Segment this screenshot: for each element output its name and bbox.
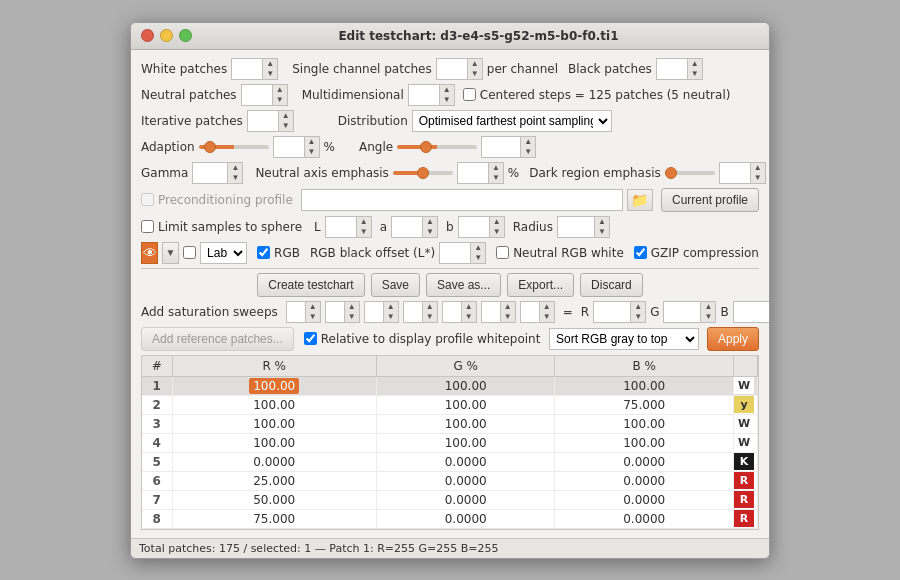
Bsat-down[interactable]: ▼ bbox=[423, 312, 437, 322]
C-input[interactable]: C bbox=[443, 302, 461, 322]
Y-down[interactable]: ▼ bbox=[540, 312, 554, 322]
rad-up[interactable]: ▲ bbox=[595, 217, 609, 227]
sc-up[interactable]: ▲ bbox=[468, 59, 482, 69]
B2-spinbox[interactable]: 0.00 ▲▼ bbox=[733, 301, 770, 323]
radius-input[interactable]: 255 bbox=[558, 217, 594, 237]
S-down[interactable]: ▼ bbox=[306, 312, 320, 322]
dark-region-slider[interactable] bbox=[665, 171, 715, 175]
relative-checkbox[interactable] bbox=[304, 332, 317, 345]
ang-down[interactable]: ▼ bbox=[521, 147, 535, 157]
M-up[interactable]: ▲ bbox=[501, 302, 515, 312]
rbo-down[interactable]: ▼ bbox=[471, 253, 485, 263]
centered-checkbox[interactable] bbox=[463, 88, 476, 101]
table-row[interactable]: 625.0000.00000.0000R bbox=[142, 471, 758, 490]
table-row[interactable]: 875.0000.00000.0000R bbox=[142, 509, 758, 528]
dr-down[interactable]: ▼ bbox=[751, 173, 765, 183]
black-patches-spinbox[interactable]: 4 ▲▼ bbox=[656, 58, 703, 80]
white-patches-down[interactable]: ▼ bbox=[263, 69, 277, 79]
angle-slider[interactable] bbox=[397, 145, 477, 149]
profile-input[interactable] bbox=[301, 189, 623, 211]
table-row[interactable]: 50.00000.00000.0000K bbox=[142, 452, 758, 471]
S-input[interactable]: S bbox=[287, 302, 305, 322]
L-input[interactable]: 50 bbox=[326, 217, 356, 237]
a-down[interactable]: ▼ bbox=[423, 227, 437, 237]
R2-up[interactable]: ▲ bbox=[631, 302, 645, 312]
L-down[interactable]: ▼ bbox=[357, 227, 371, 237]
neutral-axis-spinbox[interactable]: 50 ▲▼ bbox=[457, 162, 504, 184]
neutral-patches-input[interactable]: 52 bbox=[242, 85, 272, 105]
Y-spinbox[interactable]: Y ▲▼ bbox=[520, 301, 555, 323]
G2-down[interactable]: ▼ bbox=[701, 312, 715, 322]
single-channel-spinbox[interactable]: 5 ▲▼ bbox=[436, 58, 483, 80]
table-row[interactable]: 1100.00100.00100.00W bbox=[142, 376, 758, 395]
C-up[interactable]: ▲ bbox=[462, 302, 476, 312]
lab-checkbox[interactable] bbox=[183, 246, 196, 259]
dr-up[interactable]: ▲ bbox=[751, 163, 765, 173]
a-input[interactable]: 0 bbox=[392, 217, 422, 237]
B-input-sat[interactable]: B bbox=[404, 302, 422, 322]
preconditioning-checkbox[interactable] bbox=[141, 193, 154, 206]
R-up[interactable]: ▲ bbox=[345, 302, 359, 312]
R-spinbox[interactable]: R ▲▼ bbox=[325, 301, 360, 323]
multidimensional-spinbox[interactable]: 5 ▲▼ bbox=[408, 84, 455, 106]
dark-region-spinbox[interactable]: 0 ▲▼ bbox=[719, 162, 766, 184]
black-patches-input[interactable]: 4 bbox=[657, 59, 687, 79]
ad-down[interactable]: ▼ bbox=[305, 147, 319, 157]
distribution-select[interactable]: Optimised farthest point sampling bbox=[412, 110, 612, 132]
close-button[interactable] bbox=[141, 29, 154, 42]
adaption-spinbox[interactable]: 10 ▲▼ bbox=[273, 136, 320, 158]
neutral-patches-spinbox[interactable]: 52 ▲▼ bbox=[241, 84, 288, 106]
Y-input[interactable]: Y bbox=[521, 302, 539, 322]
gamma-spinbox[interactable]: 1.00 ▲▼ bbox=[192, 162, 243, 184]
S-up[interactable]: ▲ bbox=[306, 302, 320, 312]
dark-region-input[interactable]: 0 bbox=[720, 163, 750, 183]
R-input[interactable]: R bbox=[326, 302, 344, 322]
lab-select[interactable]: Lab bbox=[200, 242, 247, 264]
M-down[interactable]: ▼ bbox=[501, 312, 515, 322]
minimize-button[interactable] bbox=[160, 29, 173, 42]
single-channel-input[interactable]: 5 bbox=[437, 59, 467, 79]
bp-up[interactable]: ▲ bbox=[688, 59, 702, 69]
gzip-checkbox[interactable] bbox=[634, 246, 647, 259]
save-button[interactable]: Save bbox=[371, 273, 420, 297]
table-row[interactable]: 750.0000.00000.0000R bbox=[142, 490, 758, 509]
iterative-spinbox[interactable]: 0 ▲▼ bbox=[247, 110, 294, 132]
apply-button[interactable]: Apply bbox=[707, 327, 759, 351]
a-spinbox[interactable]: 0 ▲▼ bbox=[391, 216, 438, 238]
rad-down[interactable]: ▼ bbox=[595, 227, 609, 237]
G-spinbox[interactable]: G ▲▼ bbox=[364, 301, 399, 323]
sc-down[interactable]: ▼ bbox=[468, 69, 482, 79]
G-up[interactable]: ▲ bbox=[384, 302, 398, 312]
bp-down[interactable]: ▼ bbox=[688, 69, 702, 79]
C-spinbox[interactable]: C ▲▼ bbox=[442, 301, 477, 323]
it-up[interactable]: ▲ bbox=[279, 111, 293, 121]
R-down[interactable]: ▼ bbox=[345, 312, 359, 322]
S-spinbox[interactable]: S ▲▼ bbox=[286, 301, 321, 323]
gamma-input[interactable]: 1.00 bbox=[193, 163, 227, 183]
na-up[interactable]: ▲ bbox=[489, 163, 503, 173]
Bsat-up[interactable]: ▲ bbox=[423, 302, 437, 312]
table-row[interactable]: 3100.00100.00100.00W bbox=[142, 414, 758, 433]
b-up[interactable]: ▲ bbox=[490, 217, 504, 227]
md-down[interactable]: ▼ bbox=[440, 95, 454, 105]
white-patches-up[interactable]: ▲ bbox=[263, 59, 277, 69]
white-patches-input[interactable]: 4 bbox=[232, 59, 262, 79]
ang-up[interactable]: ▲ bbox=[521, 137, 535, 147]
R2-spinbox[interactable]: 0.00 ▲▼ bbox=[593, 301, 646, 323]
current-profile-button[interactable]: Current profile bbox=[661, 188, 759, 212]
palette-button[interactable]: ▼ bbox=[162, 242, 179, 264]
b-input[interactable]: 0 bbox=[459, 217, 489, 237]
sort-select[interactable]: Sort RGB gray to top bbox=[549, 328, 699, 350]
rgb-offset-spinbox[interactable]: 40 ▲▼ bbox=[439, 242, 486, 264]
G-input[interactable]: G bbox=[365, 302, 383, 322]
L-spinbox[interactable]: 50 ▲▼ bbox=[325, 216, 372, 238]
C-down[interactable]: ▼ bbox=[462, 312, 476, 322]
radius-spinbox[interactable]: 255 ▲▼ bbox=[557, 216, 610, 238]
b-spinbox[interactable]: 0 ▲▼ bbox=[458, 216, 505, 238]
profile-folder-button[interactable]: 📁 bbox=[627, 189, 653, 211]
md-up[interactable]: ▲ bbox=[440, 85, 454, 95]
neutral-rgb-checkbox[interactable] bbox=[496, 246, 509, 259]
R2-down[interactable]: ▼ bbox=[631, 312, 645, 322]
G-down[interactable]: ▼ bbox=[384, 312, 398, 322]
rgb-offset-input[interactable]: 40 bbox=[440, 243, 470, 263]
